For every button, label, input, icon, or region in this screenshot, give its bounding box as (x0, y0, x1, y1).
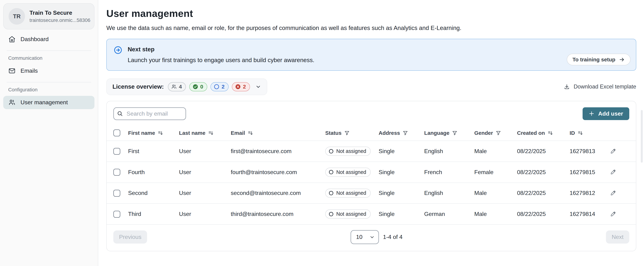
org-name: Train To Secure (30, 9, 89, 16)
license-overview-toggle[interactable]: License overview: 4 0 2 (106, 78, 267, 95)
banner-text: Launch your first trainings to engage us… (128, 56, 314, 64)
org-switcher[interactable]: TR Train To Secure traintosecure.onmic..… (3, 3, 94, 29)
edit-user-button-2[interactable] (610, 189, 617, 197)
badge-count: 4 (179, 84, 182, 90)
pagination: Previous 10 1-4 of 4 Next (107, 225, 636, 251)
table-row-1: Fourth User fourth@traintosecure.com Not… (107, 162, 636, 183)
search-input[interactable] (113, 107, 186, 120)
cell-gender: Male (474, 183, 517, 204)
arrow-right-icon (619, 57, 625, 62)
cell-language: French (424, 162, 474, 183)
next-page-button[interactable]: Next (606, 231, 629, 244)
select-all-checkbox[interactable] (113, 129, 120, 136)
column-label: Address (378, 130, 400, 136)
table-row-3: Third User third@traintosecure.com Not a… (107, 204, 636, 225)
row-checkbox-2[interactable] (113, 190, 120, 197)
edit-user-button-3[interactable] (610, 210, 617, 218)
circle-icon (214, 84, 220, 90)
status-badge: Not assigned (325, 168, 371, 177)
badge-count: 2 (222, 84, 225, 90)
edit-user-button-1[interactable] (610, 168, 617, 176)
download-excel-template-button[interactable]: Download Excel template (564, 83, 636, 90)
column-header-address[interactable]: Address (378, 130, 408, 136)
sidebar-item-emails[interactable]: Emails (3, 64, 94, 77)
cell-gender: Female (474, 162, 517, 183)
add-user-label: Add user (598, 110, 623, 117)
home-icon (8, 35, 16, 43)
cell-address: Single (378, 183, 424, 204)
sort-icon[interactable] (577, 130, 583, 136)
sidebar-item-dashboard[interactable]: Dashboard (3, 33, 94, 46)
status-label: Not assigned (336, 148, 366, 154)
table-row-2: Second User second@traintosecure.com Not… (107, 183, 636, 204)
sidebar-item-label: User management (20, 99, 68, 106)
column-header-email[interactable]: Email (231, 130, 253, 136)
pencil-icon (610, 211, 616, 217)
filter-icon[interactable] (496, 130, 501, 136)
column-label: Created on (517, 130, 545, 136)
sort-icon[interactable] (208, 130, 214, 136)
next-step-banner: Next step Launch your first trainings to… (106, 39, 636, 71)
cell-first-name: First (128, 141, 179, 162)
cell-id: 16279813 (570, 141, 610, 162)
cell-language: German (424, 204, 474, 225)
check-circle-icon (192, 84, 198, 90)
filter-icon[interactable] (344, 130, 350, 136)
previous-page-button[interactable]: Previous (113, 231, 147, 244)
badge-count: 0 (200, 84, 203, 90)
column-label: Last name (179, 130, 206, 136)
sidebar-item-user-management[interactable]: User management (3, 96, 94, 109)
status-badge: Not assigned (325, 147, 371, 156)
sort-icon[interactable] (548, 130, 553, 136)
to-training-setup-label: To training setup (572, 56, 616, 63)
column-header-id[interactable]: ID (570, 130, 583, 136)
column-header-gender[interactable]: Gender (474, 130, 501, 136)
column-header-created-on[interactable]: Created on (517, 130, 553, 136)
add-user-button[interactable]: Add user (582, 107, 629, 120)
org-meta: Train To Secure traintosecure.onmic... 5… (30, 9, 89, 23)
table-body: First User first@traintosecure.com Not a… (107, 141, 636, 225)
filter-icon[interactable] (402, 130, 408, 136)
cell-created-on: 08/22/2025 (517, 204, 570, 225)
sort-icon[interactable] (248, 130, 253, 136)
circle-icon (328, 169, 334, 175)
row-checkbox-3[interactable] (113, 211, 120, 218)
status-badge: Not assigned (325, 210, 371, 219)
download-icon (564, 84, 570, 90)
cell-gender: Male (474, 204, 517, 225)
row-checkbox-1[interactable] (113, 169, 120, 176)
scrollbar-thumb[interactable] (641, 110, 643, 163)
mail-icon (8, 67, 16, 74)
status-badge: Not assigned (325, 189, 371, 198)
page-size-select[interactable]: 10 (350, 230, 379, 244)
cell-first-name: Third (128, 204, 179, 225)
cell-language: English (424, 183, 474, 204)
sidebar-item-label: Dashboard (20, 36, 49, 42)
table-row-0: First User first@traintosecure.com Not a… (107, 141, 636, 162)
cell-email: fourth@traintosecure.com (231, 162, 325, 183)
org-domain: traintosecure.onmic... (30, 17, 76, 24)
filter-icon[interactable] (452, 130, 458, 136)
cell-last-name: User (179, 162, 231, 183)
column-label: Language (424, 130, 449, 136)
badge-count: 2 (243, 84, 246, 90)
column-header-language[interactable]: Language (424, 130, 458, 136)
status-label: Not assigned (336, 169, 366, 175)
sort-icon[interactable] (158, 130, 163, 136)
column-header-last-name[interactable]: Last name (179, 130, 214, 136)
badge-assigned: 0 (189, 82, 208, 91)
sidebar-section-configuration: Configuration (3, 82, 94, 95)
sidebar-section-communication: Communication (3, 51, 94, 63)
column-header-first-name[interactable]: First name (128, 130, 163, 136)
cell-created-on: 08/22/2025 (517, 162, 570, 183)
table-toolbar: Add user (107, 101, 636, 125)
column-label: Status (325, 130, 342, 136)
cell-email: third@traintosecure.com (231, 204, 325, 225)
edit-user-button-0[interactable] (610, 147, 617, 155)
cell-id: 16279812 (570, 183, 610, 204)
to-training-setup-button[interactable]: To training setup (567, 54, 630, 65)
cell-last-name: User (179, 141, 231, 162)
pagination-range: 1-4 of 4 (383, 234, 403, 240)
row-checkbox-0[interactable] (113, 148, 120, 155)
column-header-status[interactable]: Status (325, 130, 350, 136)
